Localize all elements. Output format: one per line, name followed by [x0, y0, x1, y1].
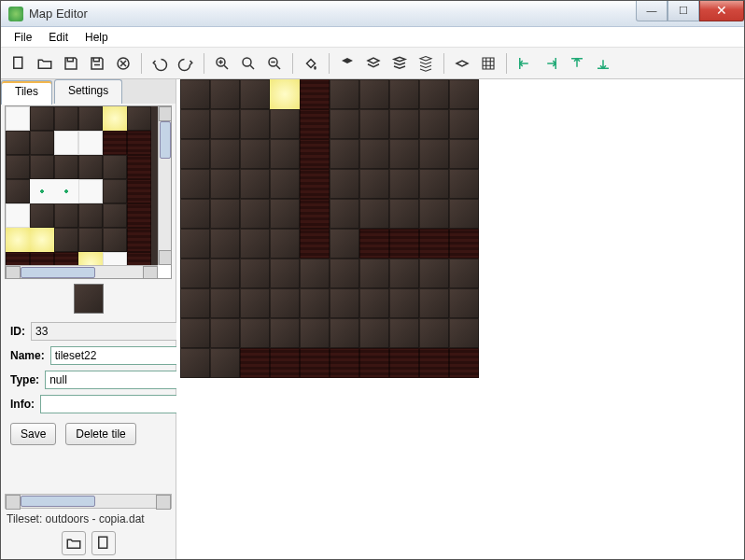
map-tile[interactable] — [180, 79, 210, 109]
zoom-out-button[interactable] — [262, 51, 287, 76]
palette-tile[interactable] — [127, 155, 151, 179]
align-top-button[interactable] — [565, 51, 589, 76]
map-tile[interactable] — [300, 229, 330, 259]
map-tile[interactable] — [300, 169, 330, 199]
map-tile[interactable] — [330, 169, 359, 199]
map-tile[interactable] — [419, 169, 449, 199]
map-tile[interactable] — [419, 288, 449, 318]
palette-tile[interactable] — [78, 179, 103, 203]
map-tile[interactable] — [359, 79, 389, 109]
map-tile[interactable] — [210, 318, 240, 348]
map-tile[interactable] — [180, 169, 210, 199]
palette-tile[interactable] — [30, 228, 54, 252]
map-tile[interactable] — [240, 139, 270, 169]
map-tile[interactable] — [449, 229, 479, 259]
map-tile[interactable] — [300, 348, 330, 378]
map-tile[interactable] — [449, 288, 479, 318]
tab-settings[interactable]: Settings — [54, 79, 122, 104]
map-tile[interactable] — [389, 139, 419, 169]
layer3-button[interactable] — [387, 51, 412, 76]
map-tile[interactable] — [359, 139, 389, 169]
map-tile[interactable] — [419, 318, 449, 348]
palette-tile[interactable] — [127, 131, 151, 155]
palette-tile[interactable] — [54, 106, 78, 131]
palette-tile[interactable] — [6, 228, 30, 252]
map-tile[interactable] — [180, 229, 210, 259]
map-tile[interactable] — [270, 318, 300, 348]
map-tile[interactable] — [300, 288, 330, 318]
palette-vscroll[interactable] — [158, 106, 171, 265]
map-tile[interactable] — [180, 318, 210, 348]
map-tile[interactable] — [270, 288, 300, 318]
map-tile[interactable] — [359, 318, 389, 348]
palette-tile[interactable] — [127, 228, 151, 252]
palette-tile[interactable] — [54, 131, 78, 155]
map-tile[interactable] — [359, 288, 389, 318]
map-tile[interactable] — [240, 109, 270, 139]
map-tile[interactable] — [180, 199, 210, 229]
map-tile[interactable] — [419, 348, 449, 378]
delete-button[interactable] — [111, 51, 135, 76]
palette-tile[interactable] — [127, 106, 151, 131]
map-tile[interactable] — [449, 139, 479, 169]
palette-tile[interactable] — [54, 179, 78, 203]
map-tile[interactable] — [389, 259, 419, 288]
save-tile-button[interactable]: Save — [10, 423, 56, 445]
layer1-button[interactable] — [335, 51, 359, 76]
map-tile[interactable] — [270, 109, 300, 139]
map-tile[interactable] — [300, 139, 330, 169]
map-tile[interactable] — [419, 109, 449, 139]
align-bottom-button[interactable] — [591, 51, 615, 76]
palette-tile[interactable] — [103, 228, 127, 252]
palette-tile[interactable] — [54, 228, 78, 252]
palette-hscroll[interactable] — [6, 265, 158, 278]
map-tile[interactable] — [180, 139, 210, 169]
map-tile[interactable] — [180, 288, 210, 318]
map-tile[interactable] — [300, 199, 330, 229]
palette-tile[interactable] — [54, 155, 78, 179]
palette-tile[interactable] — [30, 155, 54, 179]
map-tile[interactable] — [210, 229, 240, 259]
map-tile[interactable] — [240, 169, 270, 199]
map-tile[interactable] — [389, 199, 419, 229]
map-tile[interactable] — [359, 109, 389, 139]
map-tile[interactable] — [330, 79, 359, 109]
minimize-button[interactable]: — — [636, 1, 668, 21]
map-tile[interactable] — [330, 259, 359, 288]
close-button[interactable]: ✕ — [699, 1, 744, 21]
delete-tile-button[interactable]: Delete tile — [65, 423, 135, 445]
palette-tile[interactable] — [78, 131, 103, 155]
palette-tile[interactable] — [78, 203, 103, 228]
palette-tile[interactable] — [30, 106, 54, 131]
palette-tile[interactable] — [6, 179, 30, 203]
map-tile[interactable] — [359, 229, 389, 259]
map-canvas[interactable] — [176, 79, 744, 559]
fill-button[interactable] — [299, 51, 323, 76]
map-tile[interactable] — [449, 199, 479, 229]
palette-tile[interactable] — [103, 131, 127, 155]
align-right-button[interactable] — [539, 51, 563, 76]
map-tile[interactable] — [359, 259, 389, 288]
map-tile[interactable] — [210, 288, 240, 318]
menu-help[interactable]: Help — [77, 29, 116, 46]
map-tile[interactable] — [389, 318, 419, 348]
save-as-button[interactable] — [85, 51, 109, 76]
zoom-reset-button[interactable] — [236, 51, 260, 76]
tile-palette[interactable] — [5, 105, 172, 279]
undo-button[interactable] — [148, 51, 172, 76]
layer-all-button[interactable] — [414, 51, 438, 76]
map-tile[interactable] — [389, 169, 419, 199]
map-tile[interactable] — [180, 109, 210, 139]
map-tile[interactable] — [300, 318, 330, 348]
palette-tile[interactable] — [6, 131, 30, 155]
map-tile[interactable] — [330, 348, 359, 378]
palette-tile[interactable] — [127, 203, 151, 228]
map-tile[interactable] — [300, 109, 330, 139]
layer-single-icon[interactable] — [450, 51, 474, 76]
map-tile[interactable] — [389, 229, 419, 259]
map-tile[interactable] — [180, 259, 210, 288]
zoom-in-button[interactable] — [210, 51, 234, 76]
palette-tile[interactable] — [54, 203, 78, 228]
map-tile[interactable] — [419, 79, 449, 109]
map-tile[interactable] — [240, 348, 270, 378]
